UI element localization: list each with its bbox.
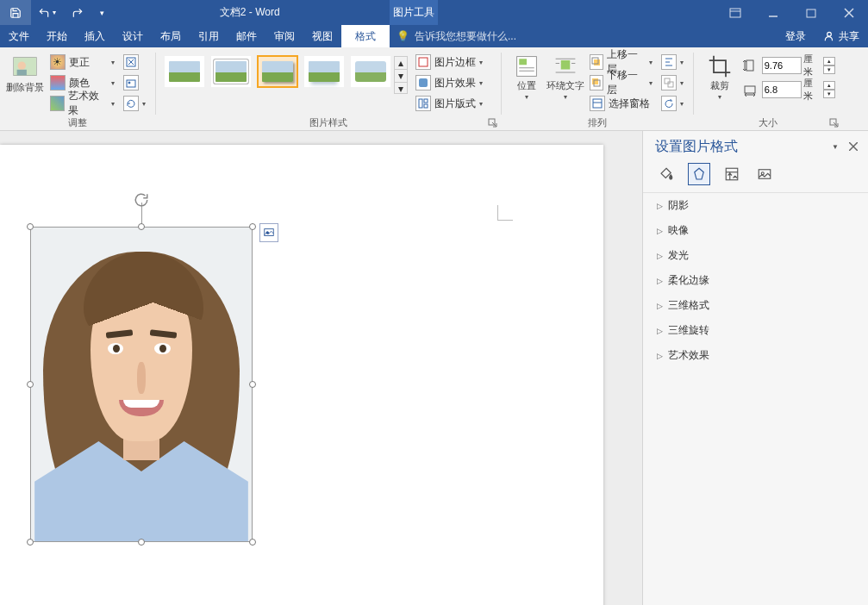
save-button[interactable] [0,0,31,25]
svg-point-13 [128,82,130,84]
styles-dialog-launcher[interactable] [488,118,498,128]
wrap-text-button[interactable]: 环绕文字▾ [546,51,584,101]
artistic-effects-button[interactable]: 艺术效果▾ [47,94,117,113]
tab-review[interactable]: 审阅 [265,25,303,47]
selection-pane-icon [590,96,605,111]
pane-item-3d-rotation[interactable]: ▷三维旋转 [643,318,868,343]
group-icon [661,75,677,90]
rotate-button[interactable]: ▾ [659,94,686,113]
change-picture-icon [123,75,139,90]
width-input[interactable]: 厘米 ▴▾ [741,80,835,99]
fill-line-icon[interactable] [655,163,678,185]
resize-handle-r[interactable] [249,381,256,388]
minimize-button[interactable] [754,0,792,25]
share-button[interactable]: 共享 [815,25,868,47]
height-input[interactable]: 厘米 ▴▾ [741,56,835,75]
gallery-scroll[interactable]: ▴ ▾ ▾ [394,56,408,94]
redo-button[interactable] [62,0,93,25]
tab-mailings[interactable]: 邮件 [228,25,265,47]
layout-props-icon[interactable] [721,163,743,185]
gallery-more-icon[interactable]: ▾ [395,83,407,95]
group-size-label: 大小 [699,116,837,130]
width-icon [741,81,758,98]
selection-pane-button[interactable]: 选择窗格 [587,94,655,113]
style-thumb-4[interactable] [304,56,344,87]
tab-file[interactable]: 文件 [0,25,38,47]
layout-icon [415,96,431,111]
share-label: 共享 [839,25,859,47]
picture-layout-button[interactable]: 图片版式▾ [413,94,485,113]
width-down[interactable]: ▾ [823,90,835,98]
document-canvas[interactable] [0,131,642,605]
tab-picture-format[interactable]: 格式 [341,25,390,47]
pane-item-glow[interactable]: ▷发光 [643,243,868,268]
svg-rect-3 [807,9,815,17]
rotation-handle[interactable] [134,192,149,210]
resize-handle-tl[interactable] [27,223,34,230]
undo-button[interactable]: ▾ [31,0,62,25]
tell-me-search[interactable]: 💡 告诉我您想要做什么... [397,25,516,47]
color-icon [50,75,66,90]
effects-category-icon[interactable] [688,163,710,185]
svg-marker-49 [695,168,704,179]
remove-background-button[interactable]: 删除背景 [5,51,46,93]
pane-close-button[interactable] [847,140,859,155]
picture-border-button[interactable]: 图片边框▾ [413,53,485,72]
height-down[interactable]: ▾ [823,65,835,74]
tab-home[interactable]: 开始 [38,25,76,47]
close-button[interactable] [830,0,868,25]
layout-options-button[interactable] [259,223,278,242]
picture-styles-gallery[interactable] [165,56,390,87]
style-thumb-1[interactable] [165,56,204,87]
position-icon [515,54,539,78]
pane-item-3d-format[interactable]: ▷三维格式 [643,293,868,318]
artistic-icon [50,96,65,111]
corrections-button[interactable]: ☀更正▾ [47,53,117,72]
corrections-icon: ☀ [50,54,66,70]
sign-in-button[interactable]: 登录 [777,25,815,47]
crop-button[interactable]: 裁剪▾ [699,51,740,101]
maximize-button[interactable] [792,0,830,25]
picture-effects-button[interactable]: 图片效果▾ [413,73,485,92]
selected-picture[interactable] [30,227,253,542]
style-thumb-2[interactable] [211,56,251,87]
align-button[interactable]: ▾ [659,53,686,72]
resize-handle-br[interactable] [249,539,256,546]
svg-rect-39 [668,82,673,87]
tab-references[interactable]: 引用 [190,25,228,47]
pane-item-reflection[interactable]: ▷映像 [643,218,868,243]
change-picture-button[interactable] [121,73,148,92]
resize-handle-bl[interactable] [27,539,34,546]
gallery-up-icon[interactable]: ▴ [395,57,407,70]
pane-item-shadow[interactable]: ▷阴影 [643,193,868,218]
tab-view[interactable]: 视图 [303,25,341,47]
pane-options-button[interactable]: ▼ [832,143,839,151]
tab-layout[interactable]: 布局 [152,25,190,47]
qat-customize-button[interactable]: ▾ [93,0,110,25]
pane-item-soft-edges[interactable]: ▷柔化边缘 [643,268,868,293]
pane-item-artistic[interactable]: ▷艺术效果 [643,343,868,368]
size-dialog-launcher[interactable] [829,118,840,128]
gallery-down-icon[interactable]: ▾ [395,70,407,83]
pane-title: 设置图片格式 [655,138,832,156]
group-button[interactable]: ▾ [659,73,686,92]
width-field[interactable] [762,81,802,98]
tab-insert[interactable]: 插入 [76,25,114,47]
picture-props-icon[interactable] [753,163,776,185]
resize-handle-tr[interactable] [249,223,256,230]
resize-handle-l[interactable] [27,381,34,388]
ribbon-display-options-button[interactable] [716,0,754,25]
reset-picture-button[interactable]: ▾ [121,94,148,113]
resize-handle-t[interactable] [138,223,145,230]
height-field[interactable] [762,57,802,74]
compress-pictures-button[interactable] [121,53,148,72]
tab-design[interactable]: 设计 [114,25,152,47]
style-thumb-3[interactable] [258,56,297,87]
style-thumb-5[interactable] [351,56,390,87]
width-up[interactable]: ▴ [823,81,835,90]
send-backward-button[interactable]: 下移一层▾ [587,73,655,92]
margin-corner-icon [497,205,513,221]
height-up[interactable]: ▴ [823,57,835,65]
resize-handle-b[interactable] [138,539,145,546]
position-button[interactable]: 位置▾ [507,51,546,101]
